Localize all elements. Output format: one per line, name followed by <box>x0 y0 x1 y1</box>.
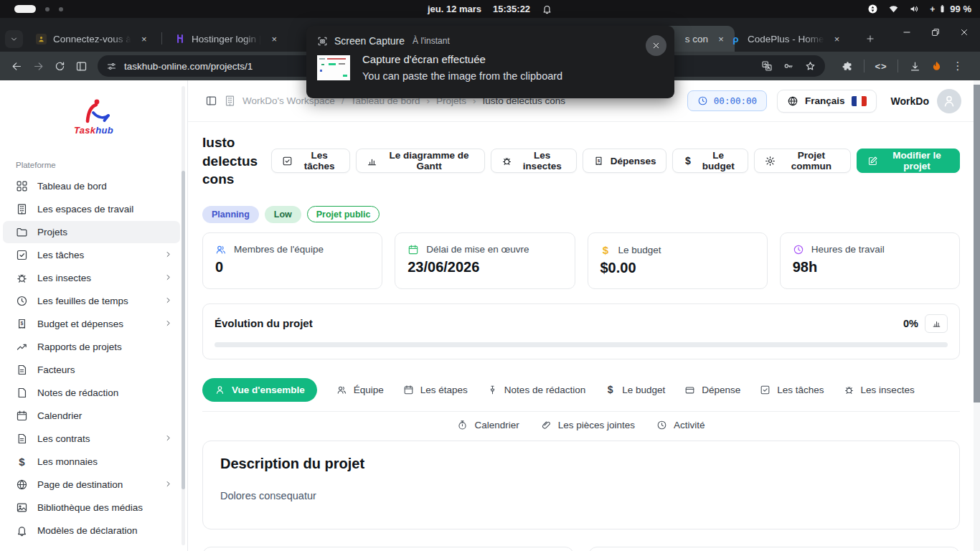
sidebar-item-notes[interactable]: Notes de rédaction <box>3 382 180 404</box>
toast-close-button[interactable] <box>646 35 666 56</box>
translate-icon[interactable] <box>761 60 773 72</box>
reload-button[interactable] <box>49 55 70 77</box>
bugs-button[interactable]: Les insectes <box>491 149 577 173</box>
tab-expense[interactable]: Dépense <box>684 385 740 395</box>
screen-capture-toast[interactable]: Screen Capture À l'instant Capture d'écr… <box>306 26 674 98</box>
tab-close-icon[interactable]: × <box>138 32 151 45</box>
browser-tab-2[interactable]: Hostinger login | × <box>166 26 312 52</box>
edit-project-button[interactable]: Modifier le projet <box>857 149 960 173</box>
project-calendar-card: Calendrier du projet <box>202 547 574 551</box>
tab-bugs[interactable]: Les insectes <box>844 385 915 395</box>
tab-calendar[interactable]: Calendrier <box>457 420 519 430</box>
toolbar-divider <box>864 60 864 72</box>
person-icon <box>942 94 956 108</box>
shared-project-button[interactable]: Projet commun <box>754 149 851 173</box>
sidebar-item-invoices[interactable]: Facteurs <box>3 359 180 381</box>
new-tab-button[interactable] <box>861 29 880 48</box>
language-selector[interactable]: Français <box>777 90 877 113</box>
sidebar-item-landing-page[interactable]: Page de destination <box>3 474 180 496</box>
person-icon <box>215 385 225 395</box>
receipt-icon <box>16 318 28 330</box>
tab-search-chevron-button[interactable] <box>5 30 23 48</box>
sidebar-item-currencies[interactable]: $ Les monnaies <box>3 451 180 473</box>
workspace-building-icon <box>224 95 236 107</box>
page-scrollbar-track[interactable] <box>974 80 980 551</box>
tab-attachments[interactable]: Les pièces jointes <box>541 420 635 430</box>
sidebar-item-dashboard[interactable]: Tableau de bord <box>3 175 180 197</box>
receipt-icon <box>593 156 604 166</box>
tab-tasks[interactable]: Les tâches <box>760 385 824 395</box>
sidebar-item-statement-templates[interactable]: Modèles de déclaration <box>3 519 180 542</box>
extensions-puzzle-icon[interactable] <box>837 55 858 77</box>
sidebar-item-project-reports[interactable]: Rapports de projets <box>3 336 180 358</box>
avatar[interactable] <box>937 89 961 113</box>
trending-up-icon <box>16 341 28 353</box>
site-settings-icon[interactable] <box>106 61 117 72</box>
browser-menu-icon[interactable]: ⋮ <box>947 55 969 77</box>
sidebar-scrollbar-thumb[interactable] <box>182 171 185 489</box>
window-minimize-button[interactable] <box>901 27 913 38</box>
sidebar-item-contracts[interactable]: Les contrats <box>3 428 180 450</box>
stat-card-team-members: Membres de l'équipe 0 <box>202 232 382 289</box>
time-tracker-chip[interactable]: 00:00:00 <box>687 90 767 111</box>
battery-indicator[interactable]: + 99 % <box>930 4 971 14</box>
bug-icon <box>501 156 512 166</box>
tab-activity[interactable]: Activité <box>656 420 705 430</box>
sidebar-item-label: Bibliothèque des médias <box>37 502 143 513</box>
tab-milestones[interactable]: Les étapes <box>403 385 468 395</box>
forward-button[interactable] <box>27 55 49 77</box>
tab-team[interactable]: Équipe <box>336 385 384 395</box>
dollar-icon: $ <box>683 155 692 166</box>
user-menu[interactable]: WorkDo <box>891 89 961 113</box>
tab-notes[interactable]: Notes de rédaction <box>487 385 585 395</box>
app-sidebar: Taskhub Plateforme Tableau de bord Les e… <box>0 80 188 551</box>
budget-button[interactable]: $ Le budget <box>672 149 748 173</box>
paperclip-icon <box>541 420 552 430</box>
tasks-button[interactable]: Les tâches <box>271 149 350 173</box>
back-button[interactable] <box>6 55 27 77</box>
sidebar-item-timesheets[interactable]: Les feuilles de temps <box>3 290 180 312</box>
tab-close-icon[interactable]: × <box>268 32 281 45</box>
browser-tab-4[interactable]: ρ CodePlus - Home × <box>722 26 865 52</box>
tab-overview[interactable]: Vue d'ensemble <box>202 378 317 402</box>
sidebar-item-budget-expenses[interactable]: Budget et dépenses <box>3 313 180 335</box>
notification-bell-icon[interactable] <box>542 4 552 14</box>
folder-icon <box>16 226 28 238</box>
password-key-icon[interactable] <box>783 60 794 72</box>
sidebar-item-tasks[interactable]: Les tâches <box>3 244 180 266</box>
sidebar-item-label: Les monnaies <box>37 456 98 467</box>
bookmark-star-icon[interactable] <box>804 60 816 72</box>
stat-card-budget: $Le budget $0.00 <box>588 232 768 289</box>
sidebar-toggle-icon[interactable] <box>205 95 217 107</box>
page-scrollbar-thumb[interactable] <box>974 85 980 402</box>
check-square-icon <box>760 385 771 395</box>
progress-chart-button[interactable] <box>925 314 948 333</box>
gantt-chart-button[interactable]: Le diagramme de Gantt <box>356 149 484 173</box>
sidebar-item-calendar[interactable]: Calendrier <box>3 405 180 427</box>
browser-tab-1[interactable]: Connectez-vous à × <box>27 26 171 52</box>
tab-close-icon[interactable]: × <box>831 32 844 45</box>
bar-chart-icon <box>932 319 941 328</box>
logo-text-task: Task <box>74 125 95 136</box>
chevron-down-icon <box>9 34 19 44</box>
sidebar-item-projects[interactable]: Projets <box>3 221 180 243</box>
os-update-icon[interactable] <box>867 4 878 14</box>
sidebar-item-bugs[interactable]: Les insectes <box>3 267 180 289</box>
volume-icon[interactable] <box>909 4 920 14</box>
screen-capture-icon <box>317 36 328 47</box>
sidebar-item-media-library[interactable]: Bibliothèque des médias <box>3 496 180 519</box>
toolbar-divider <box>897 60 898 72</box>
sidebar-item-workspaces[interactable]: Les espaces de travail <box>3 198 180 220</box>
window-close-button[interactable] <box>958 27 970 38</box>
taskhub-logo[interactable]: Taskhub <box>0 90 187 142</box>
tab-budget[interactable]: $ Le budget <box>605 384 665 395</box>
side-panel-button[interactable] <box>70 55 92 77</box>
expenses-button[interactable]: Dépenses <box>583 149 667 173</box>
wifi-icon[interactable] <box>888 4 899 14</box>
extension-flame-icon[interactable] <box>925 55 947 77</box>
progress-bar <box>215 342 948 347</box>
page-title: Iusto delectus cons <box>202 133 271 189</box>
devtools-code-icon[interactable]: <> <box>870 55 892 77</box>
window-restore-button[interactable] <box>930 27 941 38</box>
downloads-icon[interactable] <box>904 55 925 77</box>
